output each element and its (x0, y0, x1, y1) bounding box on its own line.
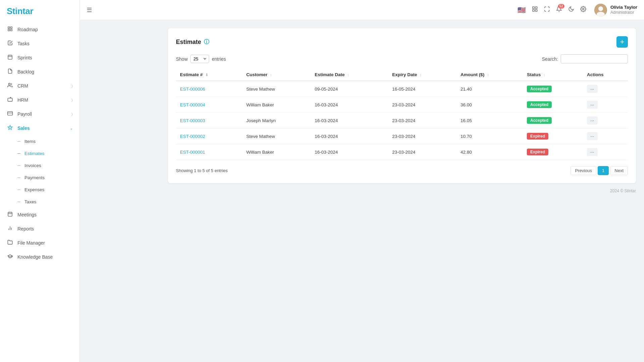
search-area: Search: (542, 54, 628, 63)
user-info: Olivia Taylor Administrator (610, 4, 637, 15)
dash-icon-estimates: – (17, 150, 20, 156)
table-row: EST-000001 William Baker 16-03-2024 23-0… (176, 144, 628, 160)
table-row: EST-000003 Joseph Marlyn 16-03-2024 23-0… (176, 113, 628, 128)
sidebar-item-file-manager[interactable]: File Manager (0, 236, 80, 250)
amount-cell: 21.40 (456, 81, 523, 97)
notification-bell-icon[interactable]: 52 (556, 6, 562, 14)
search-input[interactable] (561, 54, 628, 63)
col-amount[interactable]: Amount ($) ↕ (456, 69, 523, 81)
status-cell: Accepted (523, 97, 583, 113)
estimate-link[interactable]: EST-000002 (180, 134, 205, 139)
sidebar-subitem-payments[interactable]: – Payments (0, 171, 80, 184)
sidebar-item-knowledge-base[interactable]: Knowledge Base (0, 250, 80, 264)
col-customer[interactable]: Customer ↕ (242, 69, 311, 81)
user-name: Olivia Taylor (610, 4, 637, 10)
customer-cell: Joseph Marlyn (242, 113, 311, 128)
status-badge: Accepted (527, 117, 552, 124)
sidebar-item-payroll[interactable]: Payroll 〉 (0, 107, 80, 121)
sidebar-subitem-items[interactable]: – Items (0, 135, 80, 147)
sidebar-item-tasks[interactable]: Tasks (0, 37, 80, 51)
sidebar-subitem-invoices[interactable]: – Invoices (0, 159, 80, 171)
file-manager-icon (7, 240, 13, 246)
sidebar-item-backlog[interactable]: Backlog (0, 65, 80, 79)
estimate-link[interactable]: EST-000003 (180, 118, 205, 123)
tasks-icon (7, 40, 13, 47)
payroll-chevron-icon: 〉 (72, 112, 73, 116)
row-action-button[interactable]: ··· (587, 148, 598, 156)
svg-rect-21 (533, 10, 534, 11)
previous-page-button[interactable]: Previous (570, 166, 596, 175)
col-estimate-no[interactable]: Estimate # ⬇ (176, 69, 242, 81)
hrm-chevron-icon: 〉 (72, 98, 73, 102)
sidebar-item-sales[interactable]: Sales ⌄ (0, 121, 80, 135)
row-action-button[interactable]: ··· (587, 101, 598, 109)
page-1-button[interactable]: 1 (598, 166, 609, 175)
status-badge: Accepted (527, 86, 552, 92)
col-actions: Actions (583, 69, 628, 81)
table-controls: Show 25 50 100 entries Search: (176, 54, 628, 63)
dash-icon-items: – (17, 138, 20, 144)
sidebar-item-roadmap[interactable]: Roadmap (0, 22, 80, 37)
svg-rect-19 (533, 7, 534, 8)
sidebar-subitem-estimates[interactable]: – Estimates (0, 147, 80, 159)
col-estimate-date[interactable]: Estimate Date ↕ (311, 69, 388, 81)
col-expiry-date[interactable]: Expiry Date ↕ (388, 69, 456, 81)
sidebar-label-crm: CRM (17, 83, 28, 89)
row-action-button[interactable]: ··· (587, 116, 598, 124)
next-page-button[interactable]: Next (610, 166, 628, 175)
apps-grid-icon[interactable] (532, 6, 538, 14)
settings-gear-icon[interactable] (580, 6, 586, 14)
add-estimate-button[interactable]: + (616, 36, 628, 48)
sidebar-item-hrm[interactable]: HRM 〉 (0, 93, 80, 107)
info-icon[interactable]: ⓘ (204, 39, 209, 46)
customer-cell: William Baker (242, 144, 311, 160)
customer-cell: William Baker (242, 97, 311, 113)
sidebar-label-payroll: Payroll (17, 111, 32, 117)
layout-icon[interactable] (544, 6, 550, 14)
sidebar-item-sprints[interactable]: Sprints (0, 51, 80, 65)
estimate-link[interactable]: EST-000004 (180, 102, 205, 107)
dash-icon-expenses: – (17, 187, 20, 193)
sidebar-label-knowledge-base: Knowledge Base (17, 254, 53, 260)
sidebar-item-reports[interactable]: Reports (0, 222, 80, 236)
estimate-link[interactable]: EST-000006 (180, 87, 205, 92)
sidebar-nav: Roadmap Tasks Sprints Backlog (0, 22, 80, 362)
estimate-link[interactable]: EST-000001 (180, 150, 205, 155)
sidebar-item-meetings[interactable]: Meetings (0, 208, 80, 222)
sales-icon (7, 125, 13, 132)
sidebar-subitem-taxes[interactable]: – Taxes (0, 196, 80, 208)
row-action-button[interactable]: ··· (587, 132, 598, 140)
dark-mode-icon[interactable] (568, 6, 574, 14)
expiry-date-cell: 23-03-2024 (388, 128, 456, 144)
sidebar-subitem-expenses[interactable]: – Expenses (0, 184, 80, 196)
sidebar: Stintar Roadmap Tasks Sprints (0, 0, 80, 362)
col-status[interactable]: Status ↕ (523, 69, 583, 81)
user-avatar-area[interactable]: Olivia Taylor Administrator (594, 4, 637, 16)
sidebar-label-reports: Reports (17, 226, 34, 231)
svg-rect-0 (8, 27, 10, 29)
estimate-date-cell: 16-03-2024 (311, 128, 388, 144)
entries-select[interactable]: 25 50 100 (190, 55, 209, 63)
meetings-icon (7, 211, 13, 218)
svg-rect-9 (8, 98, 12, 101)
sort-icon-est-date: ↕ (347, 73, 349, 77)
hrm-icon (7, 97, 13, 103)
actions-cell: ··· (583, 144, 628, 160)
sidebar-item-crm[interactable]: CRM 〉 (0, 79, 80, 93)
payroll-icon (7, 111, 13, 117)
estimate-card: Estimate ⓘ + Show 25 50 100 entries Sear… (168, 28, 636, 183)
menu-toggle-icon[interactable]: ☰ (87, 6, 92, 14)
language-flag-icon[interactable]: 🇺🇸 (517, 6, 526, 14)
status-cell: Expired (523, 144, 583, 160)
estimates-table: Estimate # ⬇ Customer ↕ Estimate Date ↕ … (176, 69, 628, 160)
row-action-button[interactable]: ··· (587, 85, 598, 93)
sidebar-label-roadmap: Roadmap (17, 27, 38, 32)
sort-icon-status: ↕ (543, 73, 545, 77)
status-cell: Accepted (523, 81, 583, 97)
actions-cell: ··· (583, 97, 628, 113)
showing-text: Showing 1 to 5 of 5 entries (176, 168, 228, 173)
footer: 2024 © Stintar (168, 189, 636, 193)
sort-icon-amount: ↕ (487, 73, 489, 77)
sort-icon-estimate: ⬇ (205, 73, 208, 77)
customer-cell: Steve Mathew (242, 81, 311, 97)
